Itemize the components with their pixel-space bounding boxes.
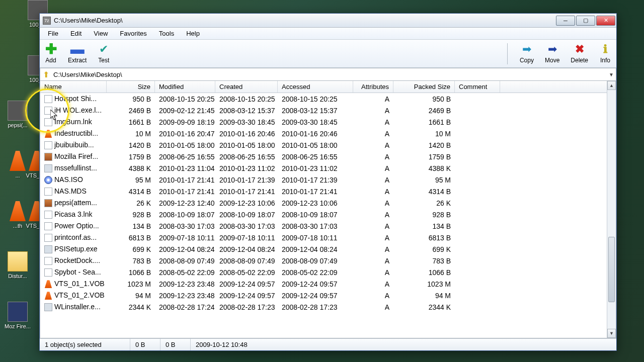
x-icon: ✖	[574, 43, 586, 55]
file-created: 2009-12-24 09:57	[215, 279, 278, 289]
path-input[interactable]: C:\Users\Mike\Desktop\	[51, 71, 607, 78]
table-row[interactable]: iH WOL.exe.l...2469 B2009-02-12 21:45200…	[40, 105, 607, 116]
file-packed: 134 B	[393, 221, 455, 231]
file-size: 1661 B	[107, 117, 155, 127]
table-row[interactable]: PSISetup.exe699 K2009-12-04 08:242009-12…	[40, 243, 607, 255]
plus-icon: ✚	[45, 43, 57, 55]
path-dropdown-icon[interactable]: ▼	[607, 72, 616, 77]
titlebar[interactable]: 7z C:\Users\Mike\Desktop\ ─ ▢ ✕	[40, 14, 616, 28]
file-icon	[44, 222, 52, 230]
add-button[interactable]: ✚Add	[45, 43, 57, 64]
file-name: mssefullinst...	[54, 164, 97, 172]
table-row[interactable]: Hotspot Shi...950 B2008-10-15 20:252008-…	[40, 93, 607, 105]
file-packed: 2469 B	[393, 106, 455, 116]
col-size[interactable]: Size	[107, 81, 155, 93]
info-button[interactable]: ℹInfo	[599, 43, 611, 64]
file-attr: A	[353, 175, 393, 185]
file-accessed: 2010-01-16 20:46	[278, 129, 353, 139]
file-size: 95 M	[107, 175, 155, 185]
desktop-icon[interactable]: Moz Fire...	[0, 302, 35, 329]
file-created: 2008-05-02 22:09	[215, 267, 278, 278]
col-name[interactable]: Name	[40, 81, 107, 93]
vertical-scrollbar[interactable]: ▲ ▼	[607, 81, 616, 338]
test-button[interactable]: ✔Test	[98, 43, 110, 64]
file-size: 94 M	[107, 291, 155, 301]
file-attr: A	[353, 279, 393, 289]
table-row[interactable]: WLinstaller.e...2344 K2008-02-28 17:2420…	[40, 301, 607, 313]
col-accessed[interactable]: Accessed	[278, 81, 353, 93]
file-size: 2344 K	[107, 302, 155, 312]
file-icon	[44, 153, 52, 161]
table-row[interactable]: jbuibuibuib...1420 B2010-01-05 18:002010…	[40, 139, 607, 151]
file-modified: 2009-12-23 23:48	[155, 279, 215, 289]
file-comment	[455, 272, 500, 274]
file-created: 2010-01-05 18:00	[215, 140, 278, 150]
table-row[interactable]: VTS_01_1.VOB1023 M2009-12-23 23:482009-1…	[40, 278, 607, 290]
file-size: 4388 K	[107, 163, 155, 173]
file-icon	[44, 176, 52, 184]
file-comment	[455, 237, 500, 239]
file-accessed: 2010-01-17 21:41	[278, 187, 353, 197]
file-size: 2469 B	[107, 106, 155, 116]
file-manager-window: 7z C:\Users\Mike\Desktop\ ─ ▢ ✕ File Edi…	[39, 13, 617, 351]
file-list-area: Name Size Modified Created Accessed Attr…	[40, 81, 616, 338]
move-button[interactable]: ➡Move	[545, 43, 559, 64]
table-row[interactable]: ImgBurn.lnk1661 B2009-09-09 18:192009-03…	[40, 116, 607, 128]
col-modified[interactable]: Modified	[155, 81, 215, 93]
file-attr: A	[353, 140, 393, 150]
table-row[interactable]: pepsi(attem...26 K2009-12-23 12:402009-1…	[40, 197, 607, 209]
scrollbar-thumb[interactable]	[608, 237, 615, 302]
delete-button[interactable]: ✖Delete	[571, 43, 588, 64]
table-row[interactable]: NAS.MDS4314 B2010-01-17 21:412010-01-17 …	[40, 186, 607, 197]
file-size: 1066 B	[107, 267, 155, 278]
file-comment	[455, 295, 500, 297]
col-attributes[interactable]: Attributes	[353, 81, 393, 93]
menu-help[interactable]: Help	[180, 28, 206, 39]
file-name: PSISetup.exe	[54, 245, 98, 253]
menu-favorites[interactable]: Favorites	[114, 28, 152, 39]
menu-tools[interactable]: Tools	[153, 28, 180, 39]
file-size: 1023 M	[107, 279, 155, 289]
table-row[interactable]: VTS_01_2.VOB94 M2009-12-23 23:482009-12-…	[40, 290, 607, 301]
up-folder-icon[interactable]: ⬆	[40, 69, 51, 80]
file-packed: 4388 K	[393, 163, 455, 173]
menu-view[interactable]: View	[88, 28, 114, 39]
file-name: Mozilla Firef...	[54, 152, 98, 160]
table-row[interactable]: Picasa 3.lnk928 B2008-10-09 18:072008-10…	[40, 209, 607, 220]
file-attr: A	[353, 152, 393, 162]
table-row[interactable]: mssefullinst...4388 K2010-01-23 11:04201…	[40, 162, 607, 174]
file-modified: 2009-12-23 12:40	[155, 198, 215, 208]
table-row[interactable]: Mozilla Firef...1759 B2008-06-25 16:5520…	[40, 151, 607, 162]
file-accessed: 2009-12-23 10:06	[278, 198, 353, 208]
desktop-icon[interactable]: pepsi(...	[0, 101, 35, 128]
file-attr: A	[353, 198, 393, 208]
menu-file[interactable]: File	[42, 28, 64, 39]
table-row[interactable]: printconf.as...6813 B2009-07-18 10:11200…	[40, 232, 607, 243]
scroll-down-icon[interactable]: ▼	[607, 329, 616, 338]
file-packed: 1420 B	[393, 140, 455, 150]
table-row[interactable]: Indestructibl...10 M2010-01-16 20:472010…	[40, 128, 607, 139]
scroll-up-icon[interactable]: ▲	[607, 81, 616, 90]
file-icon	[44, 130, 52, 138]
close-button[interactable]: ✕	[596, 16, 615, 26]
col-packed[interactable]: Packed Size	[393, 81, 455, 93]
menu-edit[interactable]: Edit	[64, 28, 88, 39]
file-modified: 2009-02-12 21:45	[155, 106, 215, 116]
file-modified: 2008-03-30 17:03	[155, 221, 215, 231]
file-attr: A	[353, 302, 393, 312]
table-row[interactable]: Power Optio...134 B2008-03-30 17:032008-…	[40, 220, 607, 232]
file-name: WLinstaller.e...	[54, 303, 101, 311]
table-row[interactable]: Spybot - Sea...1066 B2008-05-02 22:09200…	[40, 266, 607, 278]
col-created[interactable]: Created	[215, 81, 278, 93]
file-packed: 928 B	[393, 210, 455, 220]
maximize-button[interactable]: ▢	[576, 16, 595, 26]
minimize-button[interactable]: ─	[556, 16, 575, 26]
extract-button[interactable]: ▬Extract	[68, 43, 87, 64]
col-comment[interactable]: Comment	[455, 81, 500, 93]
copy-button[interactable]: ➡Copy	[520, 43, 534, 64]
file-comment	[455, 306, 500, 308]
table-row[interactable]: RocketDock....783 B2008-08-09 07:492008-…	[40, 255, 607, 266]
table-row[interactable]: NAS.ISO95 M2010-01-17 21:412010-01-17 21…	[40, 174, 607, 186]
desktop-icon[interactable]: Distur...	[0, 251, 35, 279]
file-size: 928 B	[107, 210, 155, 220]
